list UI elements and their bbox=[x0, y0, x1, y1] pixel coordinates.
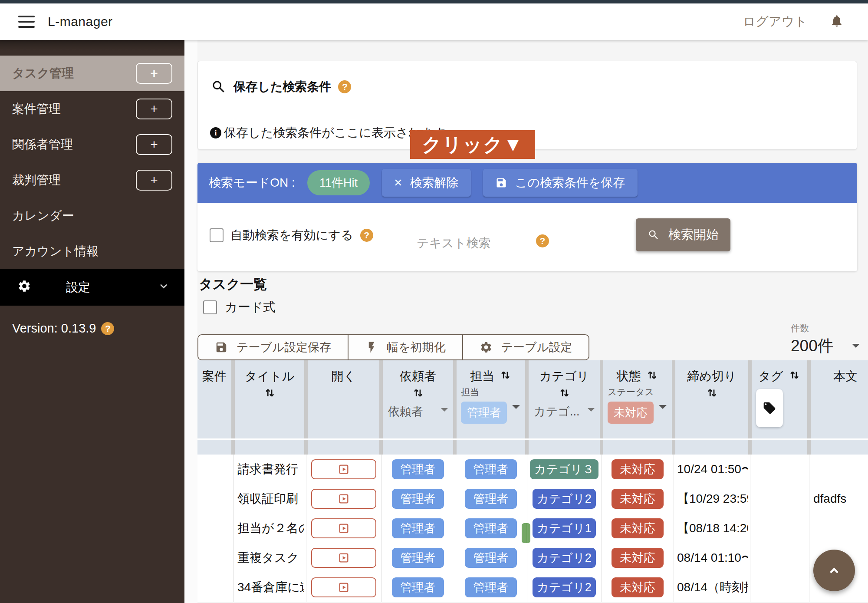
scroll-to-top-button[interactable] bbox=[813, 550, 855, 591]
clear-search-button[interactable]: 検索解除 bbox=[382, 169, 471, 197]
open-cell bbox=[308, 518, 379, 538]
column-divider bbox=[381, 455, 381, 602]
column-header-body[interactable]: 本文 bbox=[811, 360, 868, 438]
status-chip: 未対応 bbox=[612, 489, 664, 509]
task-title-cell: 担当が２名の bbox=[235, 520, 304, 537]
sidebar-add-button[interactable]: + bbox=[136, 63, 172, 84]
category-cell: カテゴリ1 bbox=[529, 518, 600, 538]
reset-width-button[interactable]: 幅を初期化 bbox=[348, 335, 462, 359]
open-cell bbox=[308, 548, 379, 568]
status-chip: 未対応 bbox=[612, 548, 664, 568]
table-settings-button[interactable]: テーブル設定 bbox=[462, 335, 589, 359]
column-header-title[interactable]: タイトル bbox=[235, 360, 304, 438]
open-task-button[interactable] bbox=[311, 548, 376, 568]
help-icon[interactable] bbox=[360, 229, 373, 242]
open-task-button[interactable] bbox=[311, 577, 376, 597]
open-icon bbox=[338, 552, 350, 564]
sidebar: タスク管理 + 案件管理 + 関係者管理 + 裁判管理 + カレンダー アカウン… bbox=[0, 40, 184, 603]
tag-filter-button[interactable] bbox=[756, 389, 783, 427]
row-count-select[interactable]: 件数 200件 bbox=[791, 322, 860, 357]
count-label: 件数 bbox=[791, 322, 860, 334]
sidebar-item[interactable]: タスク管理 + bbox=[0, 56, 184, 91]
category-cell: カテゴリ2 bbox=[529, 489, 600, 509]
search-icon bbox=[648, 229, 660, 241]
column-header-tag[interactable]: タグ bbox=[752, 360, 807, 438]
requester-filter-select[interactable]: 依頼者 bbox=[388, 404, 448, 419]
category-cell: カテゴリ2 bbox=[529, 548, 600, 568]
save-table-settings-button[interactable]: テーブル設定保存 bbox=[198, 335, 348, 359]
column-divider bbox=[602, 455, 602, 602]
sidebar-item[interactable]: 案件管理 + bbox=[0, 91, 184, 127]
sidebar-add-button[interactable]: + bbox=[136, 134, 172, 155]
sidebar-item[interactable]: カレンダー bbox=[0, 198, 184, 234]
requester-cell: 管理者 bbox=[383, 489, 453, 509]
sort-icon[interactable] bbox=[788, 369, 801, 385]
help-icon[interactable] bbox=[536, 234, 549, 247]
open-task-button[interactable] bbox=[311, 518, 376, 538]
sidebar-item[interactable]: 関係者管理 + bbox=[0, 127, 184, 162]
sort-icon[interactable] bbox=[499, 369, 512, 385]
sidebar-settings-label: 設定 bbox=[66, 279, 158, 296]
sidebar-add-button[interactable]: + bbox=[136, 170, 172, 191]
column-header-status[interactable]: 状態 ステータス 未対応 bbox=[603, 360, 672, 438]
open-cell bbox=[308, 459, 379, 479]
sidebar-item[interactable]: アカウント情報 bbox=[0, 234, 184, 269]
column-header-requester[interactable]: 依頼者 依頼者 bbox=[383, 360, 453, 438]
column-header-deadline[interactable]: 締め切り bbox=[675, 360, 748, 438]
auto-search-label: 自動検索を有効にする bbox=[230, 227, 353, 244]
hit-count-badge: 11件Hit bbox=[307, 170, 370, 195]
table-row[interactable]: 34番倉庫に連 管理者 管理者 カテゴリ2 未対応 08/14（時刻指 bbox=[197, 573, 868, 602]
assignee-filter-select[interactable]: 担当 管理者 bbox=[461, 386, 520, 424]
category-chip: カテゴリ2 bbox=[533, 548, 596, 568]
start-search-button[interactable]: 検索開始 bbox=[636, 218, 730, 251]
notification-bell-icon[interactable] bbox=[830, 14, 844, 30]
open-cell bbox=[308, 489, 379, 509]
sidebar-item-label: 関係者管理 bbox=[12, 136, 136, 153]
menu-icon[interactable] bbox=[18, 16, 35, 28]
status-chip: 未対応 bbox=[612, 518, 664, 538]
sort-icon[interactable] bbox=[705, 386, 718, 402]
sidebar-item-label: アカウント情報 bbox=[12, 243, 172, 260]
table-header-subrow bbox=[197, 438, 868, 455]
auto-search-checkbox[interactable] bbox=[210, 228, 224, 242]
count-value: 200件 bbox=[791, 335, 834, 357]
sort-icon[interactable] bbox=[411, 386, 424, 402]
logout-link[interactable]: ログアウト bbox=[743, 13, 807, 30]
column-header-open[interactable]: 開く bbox=[308, 360, 379, 438]
requester-cell: 管理者 bbox=[383, 518, 453, 538]
card-view-checkbox[interactable] bbox=[203, 300, 217, 314]
sort-icon[interactable] bbox=[645, 369, 658, 385]
open-task-button[interactable] bbox=[311, 459, 376, 479]
table-row[interactable]: 重複タスク 管理者 管理者 カテゴリ2 未対応 08/14 01:10〜 bbox=[197, 543, 868, 573]
open-icon bbox=[338, 522, 350, 534]
column-header-assignee[interactable]: 担当 担当 管理者 bbox=[457, 360, 525, 438]
sidebar-add-button[interactable]: + bbox=[136, 99, 172, 119]
category-filter-select[interactable]: カテゴ... bbox=[534, 404, 595, 419]
table-row[interactable]: 請求書発行 管理者 管理者 カテゴリ３ 未対応 10/24 01:50〜 bbox=[197, 455, 868, 484]
text-search-input[interactable] bbox=[417, 227, 529, 259]
category-chip: カテゴリ３ bbox=[530, 459, 598, 479]
status-filter-chip[interactable]: 未対応 bbox=[608, 402, 654, 424]
sidebar-item[interactable]: 裁判管理 + bbox=[0, 162, 184, 198]
table-body: 請求書発行 管理者 管理者 カテゴリ３ 未対応 10/24 01:50〜 領収証… bbox=[197, 455, 868, 602]
assignee-chip: 管理者 bbox=[465, 577, 517, 597]
open-task-button[interactable] bbox=[311, 489, 376, 509]
sort-icon[interactable] bbox=[558, 386, 571, 402]
info-icon bbox=[210, 127, 221, 138]
help-icon[interactable] bbox=[101, 322, 114, 335]
status-filter-select[interactable]: ステータス 未対応 bbox=[608, 386, 667, 424]
sidebar-item-settings[interactable]: 設定 bbox=[0, 269, 184, 306]
help-icon[interactable] bbox=[338, 80, 351, 93]
column-header-category[interactable]: カテゴリ カテゴ... bbox=[529, 360, 600, 438]
column-header-case[interactable]: 案件 bbox=[197, 360, 231, 438]
column-divider bbox=[455, 455, 455, 602]
save-search-button[interactable]: この検索条件を保存 bbox=[483, 169, 638, 197]
table-row[interactable]: 担当が２名の 管理者 管理者 カテゴリ1 未対応 【08/18 14:20 bbox=[197, 514, 868, 543]
table-row[interactable]: 領収証印刷 管理者 管理者 カテゴリ2 未対応 【10/29 23:59 dfa… bbox=[197, 484, 868, 514]
open-cell bbox=[308, 577, 379, 597]
assignee-filter-chip[interactable]: 管理者 bbox=[461, 402, 507, 424]
text-search-field bbox=[417, 227, 529, 259]
sort-icon[interactable] bbox=[263, 386, 276, 402]
version-label: Version: 0.13.9 bbox=[12, 321, 96, 336]
gear-icon bbox=[480, 341, 493, 354]
